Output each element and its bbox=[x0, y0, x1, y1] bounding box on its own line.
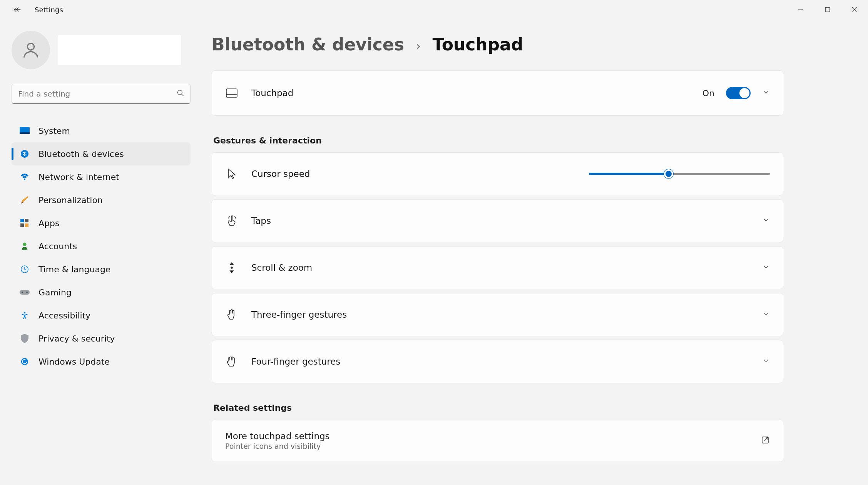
cursor-speed-slider[interactable] bbox=[589, 169, 770, 178]
card-more-touchpad-settings[interactable]: More touchpad settings Pointer icons and… bbox=[212, 420, 783, 462]
card-title: Four-finger gestures bbox=[251, 357, 340, 367]
wifi-icon bbox=[19, 172, 30, 182]
sidebar-item-accounts[interactable]: Accounts bbox=[12, 235, 191, 258]
nav-label: Accessibility bbox=[38, 311, 90, 320]
apps-icon bbox=[19, 218, 30, 228]
accounts-icon bbox=[19, 241, 30, 252]
window-controls bbox=[787, 0, 868, 19]
sidebar-item-apps[interactable]: Apps bbox=[12, 212, 191, 235]
card-four-finger-gestures[interactable]: Four-finger gestures bbox=[212, 340, 783, 383]
tap-icon bbox=[225, 214, 238, 227]
sidebar-item-accessibility[interactable]: Accessibility bbox=[12, 304, 191, 327]
svg-rect-9 bbox=[25, 223, 28, 227]
svg-point-1 bbox=[27, 43, 34, 50]
svg-point-18 bbox=[231, 267, 232, 268]
close-icon bbox=[852, 7, 857, 12]
card-title: Scroll & zoom bbox=[251, 263, 312, 273]
sidebar-item-bluetooth-devices[interactable]: Bluetooth & devices bbox=[12, 142, 191, 165]
maximize-button[interactable] bbox=[814, 0, 841, 19]
svg-rect-17 bbox=[226, 89, 237, 97]
card-touchpad-toggle[interactable]: Touchpad On bbox=[212, 70, 783, 116]
back-button[interactable] bbox=[12, 4, 23, 15]
svg-rect-4 bbox=[20, 132, 30, 134]
titlebar: Settings bbox=[0, 0, 868, 19]
touchpad-icon bbox=[225, 87, 238, 100]
sidebar-item-network[interactable]: Network & internet bbox=[12, 165, 191, 188]
card-title: Touchpad bbox=[251, 88, 293, 98]
minimize-icon bbox=[798, 7, 803, 12]
nav-label: System bbox=[38, 126, 70, 136]
nav-label: Privacy & security bbox=[38, 334, 115, 343]
minimize-button[interactable] bbox=[787, 0, 814, 19]
chevron-down-icon bbox=[762, 357, 770, 366]
hand-icon bbox=[225, 308, 238, 321]
svg-rect-0 bbox=[826, 8, 830, 12]
bluetooth-icon bbox=[19, 148, 30, 159]
search-container bbox=[12, 84, 191, 104]
sidebar-item-personalization[interactable]: Personalization bbox=[12, 188, 191, 212]
chevron-down-icon bbox=[762, 216, 770, 225]
paintbrush-icon bbox=[19, 195, 30, 205]
svg-rect-6 bbox=[20, 219, 24, 222]
arrow-left-icon bbox=[13, 5, 22, 14]
chevron-down-icon bbox=[762, 310, 770, 319]
card-title: More touchpad settings bbox=[225, 431, 330, 441]
nav-label: Accounts bbox=[38, 242, 77, 251]
open-external-icon bbox=[761, 435, 770, 446]
chevron-right-icon: › bbox=[416, 38, 421, 53]
avatar bbox=[12, 31, 50, 69]
card-title: Cursor speed bbox=[251, 169, 310, 179]
shield-icon bbox=[19, 333, 30, 344]
windows-update-icon bbox=[19, 356, 30, 367]
nav-label: Time & language bbox=[38, 265, 110, 274]
gaming-icon bbox=[19, 287, 30, 298]
cursor-icon bbox=[225, 167, 238, 180]
user-info bbox=[58, 35, 181, 65]
section-heading-gestures: Gestures & interaction bbox=[213, 136, 783, 145]
search-input[interactable] bbox=[12, 84, 191, 104]
svg-point-2 bbox=[178, 90, 182, 95]
card-scroll-zoom[interactable]: Scroll & zoom bbox=[212, 246, 783, 289]
svg-point-5 bbox=[21, 150, 28, 158]
card-subtitle: Pointer icons and visibility bbox=[225, 442, 330, 450]
nav-label: Apps bbox=[38, 218, 59, 228]
touchpad-toggle[interactable] bbox=[726, 87, 751, 99]
sidebar-item-time-language[interactable]: Time & language bbox=[12, 258, 191, 281]
card-taps[interactable]: Taps bbox=[212, 199, 783, 242]
nav-label: Personalization bbox=[38, 195, 103, 205]
section-heading-related: Related settings bbox=[213, 403, 783, 413]
main-content: Bluetooth & devices › Touchpad Touchpad … bbox=[196, 19, 868, 485]
svg-point-10 bbox=[23, 243, 26, 246]
card-three-finger-gestures[interactable]: Three-finger gestures bbox=[212, 293, 783, 336]
card-title: Three-finger gestures bbox=[251, 310, 347, 320]
svg-point-15 bbox=[24, 312, 26, 313]
breadcrumb-current: Touchpad bbox=[432, 35, 523, 54]
system-icon bbox=[19, 125, 30, 136]
sidebar: System Bluetooth & devices Network & int… bbox=[0, 19, 196, 485]
maximize-icon bbox=[825, 7, 830, 12]
breadcrumb: Bluetooth & devices › Touchpad bbox=[212, 35, 783, 54]
svg-rect-12 bbox=[20, 290, 30, 295]
accessibility-icon bbox=[19, 310, 30, 321]
nav-list: System Bluetooth & devices Network & int… bbox=[12, 119, 196, 373]
nav-label: Windows Update bbox=[38, 357, 110, 367]
sidebar-item-system[interactable]: System bbox=[12, 119, 191, 142]
sidebar-item-privacy-security[interactable]: Privacy & security bbox=[12, 327, 191, 350]
toggle-state-label: On bbox=[702, 88, 714, 98]
nav-label: Bluetooth & devices bbox=[38, 149, 124, 159]
svg-point-14 bbox=[26, 292, 28, 293]
hand-icon bbox=[225, 355, 238, 368]
close-button[interactable] bbox=[841, 0, 868, 19]
sidebar-item-windows-update[interactable]: Windows Update bbox=[12, 350, 191, 373]
sidebar-item-gaming[interactable]: Gaming bbox=[12, 281, 191, 304]
chevron-down-icon bbox=[762, 263, 770, 272]
breadcrumb-parent[interactable]: Bluetooth & devices bbox=[212, 35, 404, 54]
svg-point-13 bbox=[22, 292, 23, 293]
window-title: Settings bbox=[35, 6, 63, 14]
card-cursor-speed: Cursor speed bbox=[212, 152, 783, 195]
user-icon bbox=[21, 40, 41, 60]
nav-label: Network & internet bbox=[38, 172, 119, 182]
account-block[interactable] bbox=[12, 31, 196, 69]
svg-rect-7 bbox=[25, 219, 28, 222]
card-title: Taps bbox=[251, 216, 271, 226]
